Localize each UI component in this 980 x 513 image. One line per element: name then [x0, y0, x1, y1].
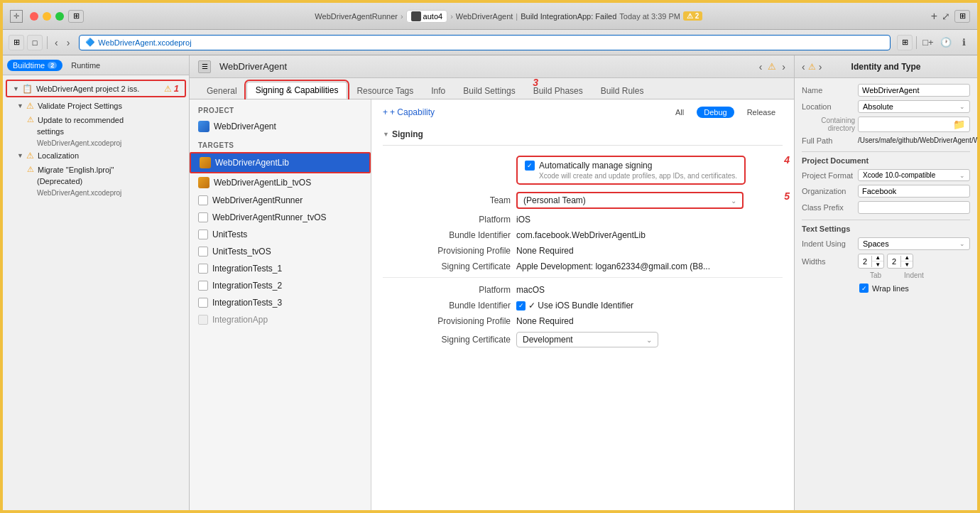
filter-debug[interactable]: Debug — [697, 107, 734, 118]
platform-ios-row: Platform iOS — [383, 212, 783, 227]
localization-item[interactable]: ▼ ⚠ Localization — [3, 148, 189, 163]
name-label: Name — [802, 86, 855, 94]
window-controls: ✛ — [10, 10, 64, 23]
target-tvos[interactable]: WebDriverAgentLib_tvOS — [190, 173, 371, 192]
breadcrumb-sep1: › — [401, 12, 403, 21]
format-select[interactable]: Xcode 10.0-compatible ⌄ — [858, 169, 970, 181]
inspector-name-row: Name — [802, 84, 970, 97]
close-button[interactable] — [30, 12, 38, 21]
inspector-toggle-right[interactable]: ⊞ — [954, 10, 970, 23]
breadcrumb-project[interactable]: WebDriverAgent — [456, 12, 513, 21]
project-target-item[interactable]: WebDriverAgent — [190, 117, 371, 136]
org-input[interactable] — [858, 185, 970, 198]
info-btn[interactable]: ℹ — [956, 35, 971, 50]
maximize-button[interactable] — [55, 12, 64, 21]
tab-width-stepper[interactable]: 2 ▲ ▼ — [858, 254, 884, 269]
indent-using-select[interactable]: Spaces ⌄ — [858, 237, 970, 250]
crosshair-icon: ✛ — [10, 10, 23, 23]
editor-sidebar-toggle[interactable]: ☰ — [198, 60, 211, 73]
sign-cert-ios-label: Signing Certificate — [383, 261, 511, 271]
xcodeproj-item1[interactable]: WebDriverAgent.xcodeproj — [3, 138, 189, 148]
list-view-btn[interactable]: □ — [27, 35, 43, 50]
target-integrationtests2[interactable]: IntegrationTests_2 — [190, 277, 371, 294]
indent-using-row: Indent Using Spaces ⌄ — [802, 237, 970, 250]
inspector-btn[interactable]: ⊞ — [897, 35, 913, 50]
target-webdriveragentlib[interactable]: WebDriverAgentLib 2 — [190, 152, 371, 173]
sign-cert-mac-select[interactable]: Development ⌄ — [516, 332, 658, 347]
tab-build-rules[interactable]: Build Rules — [592, 83, 653, 99]
location-select[interactable]: Absolute ⌄ — [858, 100, 970, 113]
nav-forward-btn[interactable]: › — [64, 37, 73, 48]
nav-prev-btn[interactable]: ‹ — [759, 61, 763, 72]
navigator-toolbar: Buildtime 2 Runtime — [3, 55, 189, 75]
filter-release[interactable]: Release — [740, 107, 783, 118]
project-item[interactable]: ▼ 📋 WebDriverAgent project 2 iss. ⚠ 1 — [6, 80, 186, 97]
name-input[interactable] — [858, 84, 970, 97]
target-runner-tvos[interactable]: WebDriverAgentRunner_tvOS — [190, 209, 371, 226]
inspector-content: Name Location Absolute ⌄ Containing dire… — [795, 78, 977, 510]
prefix-input[interactable] — [858, 201, 970, 214]
buildtime-tab[interactable]: Buildtime 2 — [7, 60, 62, 71]
target-integrationtests1[interactable]: IntegrationTests_1 — [190, 260, 371, 277]
platform-mac-row: Platform macOS — [383, 282, 783, 298]
nav-back-btn[interactable]: ‹ — [52, 37, 61, 48]
tab-info[interactable]: Info — [423, 83, 454, 99]
target-unittests-tvos[interactable]: UnitTests_tvOS — [190, 243, 371, 260]
new-file-btn[interactable]: □+ — [920, 35, 936, 50]
filter-all[interactable]: All — [668, 107, 691, 118]
team-select[interactable]: (Personal Team) ⌄ — [516, 192, 744, 209]
runtime-tab[interactable]: Runtime — [65, 60, 106, 71]
wrap-lines-checkbox[interactable]: ✓ Wrap lines — [859, 284, 909, 293]
bundle-id-ios-value: com.facebook.WebDriverAgentLib — [516, 230, 646, 240]
prov-profile-ios-row: Provisioning Profile None Required — [383, 243, 783, 259]
containing-dir-btn[interactable]: 📁 — [858, 117, 970, 132]
breadcrumb-runner[interactable]: WebDriverAgentRunner — [315, 12, 398, 21]
indent-width-stepper[interactable]: 2 ▲ ▼ — [887, 254, 913, 269]
team-row: Team (Personal Team) ⌄ 5 — [383, 189, 783, 212]
project-name: WebDriverAgent — [219, 61, 287, 72]
update-settings-item-cont: settings — [3, 126, 189, 138]
widths-label: Widths — [802, 257, 855, 266]
breadcrumb-sep2: › — [450, 12, 453, 21]
inspector-divider2 — [802, 220, 970, 220]
plus-icon[interactable]: + — [931, 10, 937, 23]
grid-view-btn[interactable]: ⊞ — [9, 35, 24, 50]
fullpath-value: /Users/mafe/github/WebDriverAgent/WebDri… — [858, 136, 977, 146]
tab-resource-tags[interactable]: Resource Tags — [348, 83, 422, 99]
platform-ios-label: Platform — [383, 215, 511, 225]
sign-cert-ios-row: Signing Certificate Apple Development: l… — [383, 259, 783, 278]
migrate-item[interactable]: ⚠ Migrate "English.lproj" — [3, 163, 189, 176]
clock-btn[interactable]: 🕐 — [938, 35, 954, 50]
validate-settings-item[interactable]: ▼ ⚠ Validate Project Settings — [3, 99, 189, 113]
popout-icon[interactable]: ⤢ — [942, 11, 950, 22]
warn-badge: ⚠ 2 — [683, 11, 702, 21]
tab-build-settings[interactable]: Build Settings — [454, 83, 523, 99]
main-content: Buildtime 2 Runtime ▼ 📋 WebDriverAgent p… — [3, 55, 977, 510]
auto-manage-checkbox-area[interactable]: ✓ Automatically manage signing Xcode wil… — [516, 156, 746, 185]
breadcrumb-device[interactable]: auto4 — [406, 10, 448, 23]
titlebar-actions: + ⤢ ⊞ — [931, 10, 970, 23]
build-status: Build IntegrationApp: Failed — [521, 12, 616, 21]
xcodeproj-item2[interactable]: WebDriverAgent.xcodeproj — [3, 188, 189, 198]
url-bar[interactable]: 🔷 WebDriverAgent.xcodeproj — [79, 35, 891, 50]
tab-general[interactable]: General — [198, 83, 246, 99]
inspector-location-row: Location Absolute ⌄ — [802, 100, 970, 113]
tab-signing[interactable]: Signing & Capabilities — [246, 82, 348, 99]
target-integrationapp[interactable]: IntegrationApp — [190, 311, 371, 328]
auto-manage-label: Automatically manage signing — [539, 161, 652, 171]
add-capability-btn[interactable]: + + Capability — [383, 107, 435, 117]
layout-toggle[interactable]: ⊞ — [68, 10, 84, 23]
bundle-id-mac-label: Bundle Identifier — [383, 301, 511, 310]
capability-bar: + + Capability All Debug Release — [383, 107, 783, 118]
nav-next-btn[interactable]: › — [782, 61, 785, 72]
titlebar: ✛ ⊞ WebDriverAgentRunner › auto4 › WebDr… — [3, 3, 977, 30]
update-settings-item[interactable]: ⚠ Update to recommended — [3, 113, 189, 126]
editor: ☰ WebDriverAgent ‹ ⚠ › General Signing &… — [190, 55, 794, 510]
location-label: Location — [802, 102, 855, 111]
minimize-button[interactable] — [43, 12, 51, 21]
anno3: 3 — [533, 77, 538, 88]
target-integrationtests3[interactable]: IntegrationTests_3 — [190, 294, 371, 311]
target-runner[interactable]: WebDriverAgentRunner — [190, 192, 371, 209]
text-settings-title: Text Settings — [802, 225, 970, 233]
target-unittests[interactable]: UnitTests — [190, 226, 371, 243]
